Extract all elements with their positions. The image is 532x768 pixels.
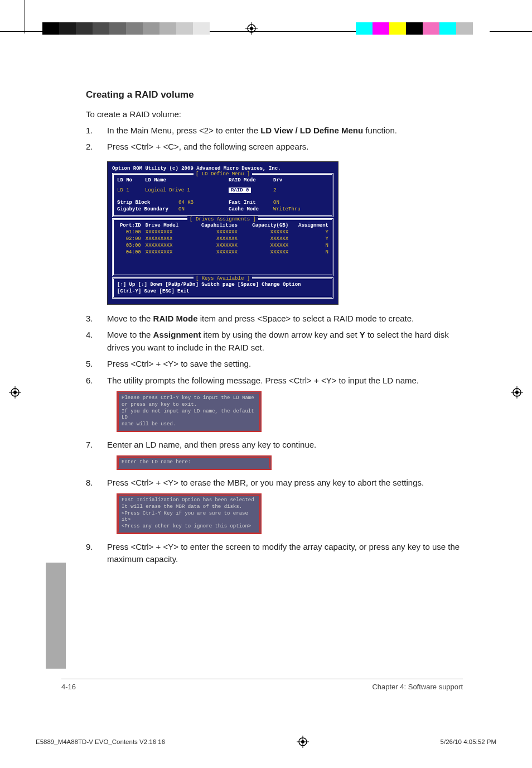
step-number: 7. xyxy=(86,439,107,452)
step-number: 3. xyxy=(86,313,107,325)
step-8: 8. Press <Ctrl> + <Y> to erase the MBR, … xyxy=(86,477,465,489)
step-number: 8. xyxy=(86,477,107,489)
box-label: [ Drives Assignments ] xyxy=(114,216,332,223)
prompt-line: Enter the LD name here: xyxy=(122,459,267,466)
ld-define-menu-box: [ LD Define Menu ] LD No LD Name RAID Mo… xyxy=(112,173,333,217)
step-text: Press <Ctrl> + <Y> to enter the screen t… xyxy=(107,541,465,566)
step-list: 3. Move to the RAID Mode item and press … xyxy=(86,313,465,387)
registration-mark-icon xyxy=(511,386,523,399)
color-blocks xyxy=(356,22,490,35)
registration-mark-icon xyxy=(245,22,258,35)
slug-line: E5889_M4A88TD-V EVO_Contents V2.16 16 5/… xyxy=(36,736,496,748)
chapter-tab xyxy=(46,563,66,669)
step-list: 8. Press <Ctrl> + <Y> to erase the MBR, … xyxy=(86,477,465,489)
step-4: 4. Move to the Assignment item by using … xyxy=(86,329,465,354)
registration-mark-icon xyxy=(9,386,21,399)
prompt-line: If you do not input any LD name, the def… xyxy=(122,409,257,421)
prompt-line: <Press Ctrl-Y Key if you are sure to era… xyxy=(122,511,257,524)
chapter-tab-text: Chapter 4 xyxy=(35,568,47,622)
svg-point-3 xyxy=(13,391,17,394)
step-number: 2. xyxy=(86,141,107,153)
ld-row: LD 1 Logical Drive 1 RAID 0 2 xyxy=(117,187,328,194)
step-list: 9. Press <Ctrl> + <Y> to enter the scree… xyxy=(86,541,465,566)
step-5: 5. Press <Ctrl> + <Y> to save the settin… xyxy=(86,358,465,371)
step-text: Eenter an LD name, and then press any ke… xyxy=(107,439,465,452)
box-label: [ Keys Available ] xyxy=(114,275,332,282)
step-number: 9. xyxy=(86,541,107,566)
registration-top xyxy=(0,11,532,28)
section-title: Creating a RAID volume xyxy=(86,88,465,102)
step-6: 6. The utility prompts the following mes… xyxy=(86,375,465,387)
prompt-line: or press any key to exit. xyxy=(122,402,257,409)
step-text: Press <Ctrl> + <Y> to save the setting. xyxy=(107,358,465,371)
prompt-line: Please press Ctrl-Y key to input the LD … xyxy=(122,395,257,402)
param-row: Gigabyte Boundary ON Cache Mode WriteThr… xyxy=(117,206,328,213)
greyscale-blocks xyxy=(42,22,210,35)
prompt-enter-ld-name: Enter the LD name here: xyxy=(117,455,272,470)
prompt-line: Fast Initialization Option has been sele… xyxy=(122,497,257,504)
step-3: 3. Move to the RAID Mode item and press … xyxy=(86,313,465,325)
step-number: 4. xyxy=(86,329,107,354)
step-2: 2. Press <Ctrl> + <C>, and the following… xyxy=(86,141,465,153)
step-text: Move to the Assignment item by using the… xyxy=(107,329,465,354)
footer-row: 4-16 Chapter 4: Software support xyxy=(61,683,463,691)
page-number: 4-16 xyxy=(61,683,76,691)
box-label: [ LD Define Menu ] xyxy=(114,171,332,177)
step-text: In the Main Menu, press <2> to enter the… xyxy=(107,124,465,137)
raid-mode-value[interactable]: RAID 0 xyxy=(229,187,273,194)
step-text: Press <Ctrl> + <Y> to erase the MBR, or … xyxy=(107,477,465,489)
prompt-ld-name: Please press Ctrl-Y key to input the LD … xyxy=(117,391,262,431)
keys-line: [↑] Up [↓] Down [PaUp/PaDn] Switch page … xyxy=(117,281,328,288)
drive-row: 03:00 XXXXXXXXX XXXXXXX XXXXXX N xyxy=(117,242,328,249)
step-list: 1. In the Main Menu, press <2> to enter … xyxy=(86,124,465,153)
step-9: 9. Press <Ctrl> + <Y> to enter the scree… xyxy=(86,541,465,566)
page: Creating a RAID volume To create a RAID … xyxy=(0,0,532,768)
svg-point-5 xyxy=(515,391,519,394)
step-number: 6. xyxy=(86,375,107,387)
main-content: Creating a RAID volume To create a RAID … xyxy=(86,88,465,570)
prompt-line: name will be used. xyxy=(122,421,257,428)
page-footer: 4-16 Chapter 4: Software support xyxy=(61,679,463,691)
step-list: 7. Eenter an LD name, and then press any… xyxy=(86,439,465,452)
keys-line: [Ctrl-Y] Save [ESC] Exit xyxy=(117,288,328,295)
step-1: 1. In the Main Menu, press <2> to enter … xyxy=(86,124,465,137)
step-number: 1. xyxy=(86,124,107,137)
drives-header-row: Port:ID Drive Model Capabilities Capacit… xyxy=(117,222,328,229)
prompt-line: It will erase the MBR data of the disks. xyxy=(122,504,257,511)
svg-point-1 xyxy=(250,27,253,30)
chapter-title: Chapter 4: Software support xyxy=(372,683,463,691)
drives-assignments-box: [ Drives Assignments ] Port:ID Drive Mod… xyxy=(112,218,333,276)
timestamp: 5/26/10 4:05:52 PM xyxy=(441,738,496,745)
drive-row: 04:00 XXXXXXXXX XXXXXXX XXXXXX N xyxy=(117,249,328,256)
step-number: 5. xyxy=(86,358,107,371)
footer-rule xyxy=(61,679,463,679)
reg-vertical-line xyxy=(25,0,25,33)
file-name: E5889_M4A88TD-V EVO_Contents V2.16 16 xyxy=(36,738,165,745)
step-text: The utility prompts the following messag… xyxy=(107,375,465,387)
step-text: Press <Ctrl> + <C>, and the following sc… xyxy=(107,141,465,153)
prompt-fast-init: Fast Initialization Option has been sele… xyxy=(117,493,262,534)
keys-available-box: [ Keys Available ] [↑] Up [↓] Down [PaUp… xyxy=(112,277,333,299)
registration-mark-icon xyxy=(297,736,309,748)
bios-screen: Option ROM Utility (c) 2009 Advanced Mic… xyxy=(107,161,338,305)
drive-row: 02:00 XXXXXXXXX XXXXXXX XXXXXX Y xyxy=(117,236,328,242)
step-text: Move to the RAID Mode item and press <Sp… xyxy=(107,313,465,325)
svg-point-7 xyxy=(301,740,304,743)
prompt-line: <Press any other key to ignore this opti… xyxy=(122,524,257,530)
step-7: 7. Eenter an LD name, and then press any… xyxy=(86,439,465,452)
ld-header-row: LD No LD Name RAID Mode Drv xyxy=(117,177,328,184)
intro-text: To create a RAID volume: xyxy=(86,108,465,120)
drive-row: 01:00 XXXXXXXXX XXXXXXX XXXXXX Y xyxy=(117,229,328,236)
param-row: Strip Block 64 KB Fast Init ON xyxy=(117,199,328,206)
